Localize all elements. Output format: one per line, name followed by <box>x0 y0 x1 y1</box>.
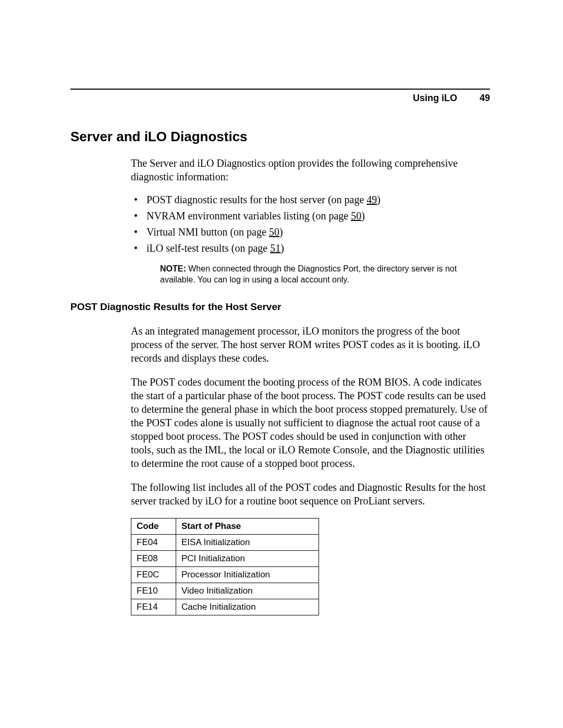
note-text: When connected through the Diagnostics P… <box>160 264 457 284</box>
note-block: NOTE: When connected through the Diagnos… <box>131 264 490 286</box>
list-text: POST diagnostic results for the host ser… <box>146 194 366 205</box>
main-content: The Server and iLO Diagnostics option pr… <box>70 156 490 615</box>
header-page-number: 49 <box>480 93 490 103</box>
cell-phase: Processor Initialization <box>176 566 319 583</box>
table-header-code: Code <box>131 518 176 534</box>
header-rule <box>70 89 490 90</box>
list-text-post: ) <box>361 210 365 221</box>
subheading: POST Diagnostic Results for the Host Ser… <box>70 301 490 313</box>
cell-code: FE04 <box>131 534 176 550</box>
table-row: FE14 Cache Initialization <box>131 599 319 615</box>
diagnostics-list: POST diagnostic results for the host ser… <box>131 192 490 256</box>
page-title: Server and iLO Diagnostics <box>70 129 490 145</box>
note-label: NOTE: <box>160 264 186 273</box>
paragraph: The following list includes all of the P… <box>131 480 490 508</box>
cell-phase: Video Initialization <box>176 583 319 599</box>
list-item: NVRAM environment variables listing (on … <box>131 208 490 224</box>
paragraph: The POST codes document the booting proc… <box>131 375 490 470</box>
list-text-post: ) <box>280 242 284 254</box>
table-row: FE0C Processor Initialization <box>131 566 319 583</box>
document-page: Using iLO 49 Server and iLO Diagnostics … <box>0 0 563 668</box>
list-text-post: ) <box>377 194 381 205</box>
cell-code: FE08 <box>131 550 176 566</box>
cell-code: FE10 <box>131 583 176 599</box>
list-text: Virtual NMI button (on page <box>146 226 269 238</box>
table-row: FE08 PCI Initialization <box>131 550 319 566</box>
list-text-post: ) <box>279 226 283 238</box>
list-item: Virtual NMI button (on page 50) <box>131 224 490 240</box>
cell-phase: PCI Initialization <box>176 550 319 566</box>
list-item: POST diagnostic results for the host ser… <box>131 192 490 208</box>
page-link[interactable]: 51 <box>270 242 280 254</box>
page-link[interactable]: 50 <box>269 226 279 238</box>
table-row: FE10 Video Initialization <box>131 583 319 599</box>
paragraph: As an integrated management processor, i… <box>131 324 490 365</box>
page-link[interactable]: 49 <box>366 194 377 205</box>
intro-paragraph: The Server and iLO Diagnostics option pr… <box>131 156 490 183</box>
cell-phase: Cache Initialization <box>176 599 319 615</box>
list-text: iLO self-test results (on page <box>146 242 270 254</box>
list-item: iLO self-test results (on page 51) <box>131 240 490 256</box>
page-link[interactable]: 50 <box>351 210 361 221</box>
table-header-phase: Start of Phase <box>176 518 319 534</box>
cell-code: FE0C <box>131 566 176 583</box>
cell-phase: EISA Initialization <box>176 534 319 550</box>
table-row: FE04 EISA Initialization <box>131 534 319 550</box>
cell-code: FE14 <box>131 599 176 615</box>
post-codes-table: Code Start of Phase FE04 EISA Initializa… <box>131 518 319 615</box>
page-header: Using iLO 49 <box>70 93 490 104</box>
list-text: NVRAM environment variables listing (on … <box>146 210 351 221</box>
header-section: Using iLO <box>413 93 457 103</box>
table-header-row: Code Start of Phase <box>131 518 319 534</box>
